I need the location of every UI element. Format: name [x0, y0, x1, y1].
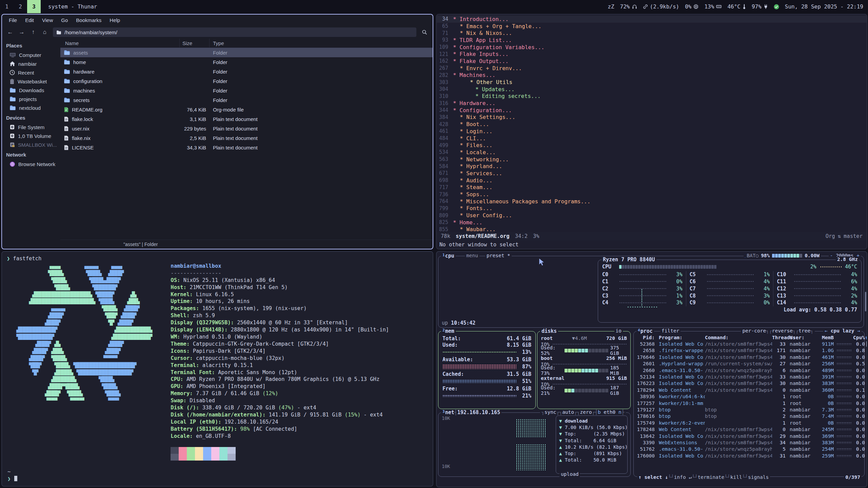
table-row[interactable]: README.org76,4 KiBOrg-mode file [60, 105, 433, 114]
proc-row[interactable]: 178616btopbtop2nambiar7.4M0.0 [634, 413, 864, 420]
table-row[interactable]: homeFolder [60, 57, 433, 67]
org-heading-line[interactable]: 825* Home... [437, 219, 867, 226]
sidebar-item-browse-network[interactable]: Browse Network [2, 160, 60, 168]
up-button[interactable]: ↑ [28, 27, 39, 37]
preset-button[interactable]: preset * [485, 253, 512, 258]
menu-view[interactable]: View [38, 15, 57, 26]
org-heading-line[interactable]: 855* Waubar... [437, 226, 867, 232]
toggle-reverse[interactable]: ┌reverse┐ [769, 328, 796, 333]
proc-row[interactable]: 176646Isolated Web Co/nix/store/sm8fmrf3… [634, 354, 864, 360]
org-heading-line[interactable]: 344* Configuration... [437, 107, 867, 114]
proc-row[interactable]: 52368Isolated Web Co/nix/store/sm8fmrf3w… [634, 341, 864, 347]
scrollbar-thumb[interactable] [865, 292, 866, 311]
proc-row[interactable]: 38936kworker/u64:6-kc1root0B0.0 [634, 393, 864, 400]
process-panel-title[interactable]: 4proc [636, 328, 654, 334]
proc-col-threads[interactable]: Threads: [772, 335, 786, 340]
org-heading-line[interactable]: 461* Login... [437, 128, 867, 135]
home-button[interactable]: ⌂ [39, 27, 50, 37]
menu-edit[interactable]: Edit [21, 15, 38, 26]
proc-footer-select[interactable]: ↑ select ↓ [638, 474, 668, 480]
proc-col-command[interactable]: Command: [705, 335, 772, 340]
org-heading-line[interactable]: 499* Files... [437, 142, 867, 149]
proc-row[interactable]: 51762.emacs-31.0.50-/nix/store/wnqz5pa8r… [634, 446, 864, 452]
proc-col-memb[interactable]: MemB [816, 335, 834, 340]
sidebar-item-file-system[interactable]: File System [2, 123, 60, 131]
org-heading-line[interactable]: 584* Hyprland... [437, 163, 867, 170]
workspace-2[interactable]: 2 [14, 0, 27, 13]
search-button[interactable] [419, 27, 430, 37]
net-interface-selector[interactable]: ┤b eth0 n├ [595, 409, 624, 415]
sidebar-item-computer[interactable]: Computer [2, 50, 60, 59]
org-heading-line[interactable]: 428* Boot... [437, 121, 867, 128]
proc-row[interactable]: 52134Isolated Web Co/nix/store/sm8fmrf3w… [634, 373, 864, 380]
path-bar[interactable]: /home/nambiar/system/ [53, 27, 416, 37]
table-row[interactable]: machinesFolder [60, 86, 433, 95]
forward-button[interactable]: → [16, 27, 27, 37]
net-button-auto[interactable]: ┐auto┌ [559, 409, 577, 415]
table-row[interactable]: LICENSE34,3 KiBPlain text document [60, 143, 433, 152]
org-heading-line[interactable]: 304* Updates... [437, 86, 867, 93]
proc-col-cpu[interactable]: Cpu% [851, 335, 865, 340]
menu-go[interactable]: Go [57, 15, 72, 26]
proc-row[interactable]: 178294Web Content/nix/store/sm8fmrf3wps4… [634, 387, 864, 393]
org-heading-line[interactable]: 484* CLI... [437, 135, 867, 142]
toggle-per-core[interactable]: per-core┐ [742, 328, 769, 333]
memory-panel-title[interactable]: 2mem [441, 328, 456, 334]
menu-bookmarks[interactable]: Bookmarks [72, 15, 105, 26]
proc-footer-info[interactable]: └┘info ↵ [668, 474, 692, 480]
sidebar-item-1-0-tb-volume[interactable]: 1,0 TB Volume [2, 131, 60, 140]
org-heading-line[interactable]: 121* Flake Inputs... [437, 50, 867, 58]
menu-file[interactable]: File [5, 15, 21, 26]
proc-col-program[interactable]: Program: [655, 335, 705, 340]
org-heading-line[interactable]: 698* Audio... [437, 177, 867, 184]
network-panel-title[interactable]: 3net┤192.168.10.165 [441, 409, 501, 415]
org-heading-line[interactable]: 717* Steam... [437, 184, 867, 191]
filter-button[interactable]: filter [660, 328, 680, 333]
proc-col-pid[interactable]: Pid: [634, 335, 655, 340]
org-heading-line[interactable]: 809* User Config... [437, 212, 867, 219]
sidebar-item-recent[interactable]: Recent [2, 68, 60, 77]
sort-selector[interactable]: ← cpu lazy → [823, 328, 862, 333]
net-button-sync[interactable]: ┐sync┌ [541, 409, 559, 415]
table-row[interactable]: flake.nix2,5 KiBPlain text document [60, 133, 433, 143]
org-heading-line[interactable]: 671* Services... [437, 170, 867, 177]
org-heading-line[interactable]: 799* Fonts... [437, 205, 867, 212]
proc-row[interactable]: 2660.emacs-31.0.50-/nix/store/wnqz5pa8ra… [634, 367, 864, 373]
file-list-empty-area[interactable] [60, 152, 433, 240]
org-heading-line[interactable]: 764* Miscellaneous Packages and Programs… [437, 198, 867, 205]
org-heading-line[interactable]: 109* Configuration Variables... [437, 44, 867, 51]
org-heading-line[interactable]: 563* Networking... [437, 156, 867, 163]
proc-row[interactable]: 13642Isolated Web Co/nix/store/sm8fmrf3w… [634, 433, 864, 439]
proc-row[interactable]: 176000Isolated Web Co/nix/store/sm8fmrf3… [634, 452, 864, 459]
org-heading-line[interactable]: 736* Sops... [437, 191, 867, 198]
proc-row[interactable]: 179127btopbtop2nambiar7.3M0.0 [634, 406, 864, 413]
org-heading-line[interactable]: 310* Editing secrets... [437, 93, 867, 100]
org-heading-line[interactable]: 303* Other Utils [437, 79, 867, 86]
toggle-tree[interactable]: ┌tree┐ [796, 328, 813, 333]
sidebar-item-nambiar[interactable]: nambiar [2, 59, 60, 68]
proc-row[interactable]: 3390WebExtensions/nix/store/sm8fmrf3wps4… [634, 439, 864, 446]
table-row[interactable]: hardwareFolder [60, 67, 433, 76]
proc-footer-kill[interactable]: └┘kill [724, 474, 742, 480]
sidebar-item-projects[interactable]: projects [2, 95, 60, 103]
column-size[interactable]: Size [180, 39, 210, 47]
org-heading-line[interactable]: 267* Envrc + Direnv... [437, 65, 867, 72]
cpu-panel-title[interactable]: 1cpu [441, 253, 456, 259]
io-mode-button[interactable]: io [614, 328, 623, 333]
proc-row[interactable]: 175749kworker/6:2-even1root0B0.0 [634, 420, 864, 426]
workspace-1[interactable]: 1 [0, 0, 14, 13]
org-heading-line[interactable]: 316* Hardware... [437, 100, 867, 107]
table-row[interactable]: secretsFolder [60, 95, 433, 105]
proc-row[interactable]: 178248Web Content/nix/store/sm8fmrf3wps4… [634, 426, 864, 432]
shell-prompt[interactable]: ~ ❯ [7, 468, 17, 483]
proc-footer-signals[interactable]: └┘signals [742, 474, 769, 480]
proc-footer-terminate[interactable]: └┘terminate [692, 474, 724, 480]
sidebar-item-wastebasket[interactable]: Wastebasket [2, 77, 60, 86]
org-heading-line[interactable]: 65* Emacs + Org + Tangle... [437, 23, 867, 30]
table-row[interactable]: flake.lock3,1 KiBPlain text document [60, 114, 433, 124]
column-name[interactable]: Name [60, 39, 180, 47]
sidebar-item-smallbox-wi-[interactable]: SMALLBOX Wi... [2, 140, 60, 149]
org-heading-line[interactable]: 384* Nix Settings... [437, 114, 867, 121]
back-button[interactable]: ← [5, 27, 16, 37]
org-heading-line[interactable]: 93* TLDR App List... [437, 37, 867, 44]
